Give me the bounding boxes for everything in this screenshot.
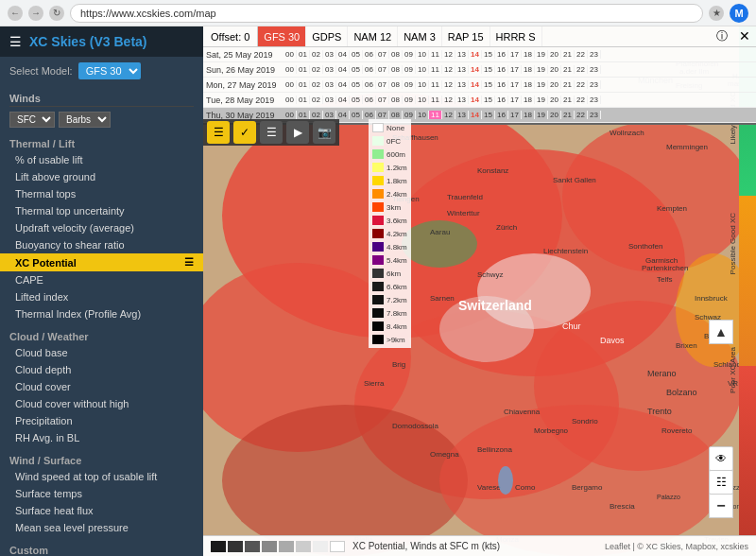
svg-text:Wollnzach: Wollnzach [610,129,644,137]
layers-button[interactable]: ☷ [709,470,733,495]
list-button[interactable]: ☰ [260,121,283,144]
model-tab-nam12[interactable]: NAM 12 [348,26,398,46]
hamburger-icon[interactable]: ☰ [9,34,22,49]
svg-text:Liechtenstein: Liechtenstein [543,247,588,255]
menu-item-cloud-depth[interactable]: Cloud depth [0,361,203,378]
swatch-5 [279,541,294,552]
model-tabs: GFS 30 GDPS NAM 12 NAM 3 RAP 15 HRRR S [258,26,541,46]
svg-text:Sondrio: Sondrio [572,417,598,426]
layer-button[interactable]: ☰ [207,121,230,144]
svg-text:Omegna: Omegna [430,450,459,459]
scroll-up-button[interactable]: ▲ [709,320,733,344]
legend-label-possible: Possible Good XC [729,213,737,274]
menu-item-thermal-index[interactable]: Thermal Index (Profile Avg) [0,305,203,322]
legend-description: XC Potential, Winds at SFC m (kts) [352,541,500,551]
svg-text:Bergamo: Bergamo [572,483,603,492]
model-tab-rap15[interactable]: RAP 15 [442,26,490,46]
model-select-label: Select Model: [9,65,73,77]
check-button[interactable]: ✓ [233,121,256,144]
menu-item-lift-above[interactable]: Lift above ground [0,168,203,185]
svg-text:Innsbruck: Innsbruck [695,294,729,303]
menu-item-cloud-cover[interactable]: Cloud cover [0,378,203,395]
date-row-2: Mon, 27 May 2019 00010203040506070809101… [203,78,756,93]
menu-item-updraft[interactable]: Updraft velocity (average) [0,219,203,236]
svg-text:Konstanz: Konstanz [477,166,508,175]
svg-text:Merano: Merano [647,369,677,378]
hour-cells-1: 0001020304050607080910111213141516171819… [284,65,756,74]
winds-display-select[interactable]: Barbs [59,112,111,128]
menu-item-cloud-cover-high[interactable]: Cloud cover without high [0,395,203,412]
menu-item-cape[interactable]: CAPE [0,271,203,288]
menu-item-surface-heat[interactable]: Surface heat flux [0,502,203,519]
url-bar[interactable]: https://www.xcskies.com/map [70,4,703,23]
cloud-category: Cloud / Weather [0,326,203,344]
color-swatch-legend [211,541,345,552]
menu-item-buoyancy[interactable]: Buoyancy to shear ratio [0,236,203,253]
svg-text:Sonthofen: Sonthofen [628,242,662,251]
date-label-4: Thu, 30 May 2019 [203,111,284,120]
svg-text:Como: Como [515,483,536,492]
svg-text:Brescia: Brescia [610,502,635,511]
browser-chrome: ← → ↻ https://www.xcskies.com/map ★ M [0,0,756,26]
thermal-category: Thermal / Lift [0,133,203,151]
model-tab-gfs30[interactable]: GFS 30 [258,26,306,46]
hour-cells-2: 0001020304050607080910111213141516171819… [284,80,756,89]
svg-text:Morbegno: Morbegno [534,426,569,435]
model-tab-nam3[interactable]: NAM 3 [398,26,442,46]
offset-box: Offset: 0 [203,26,258,46]
custom-section: Custom [0,538,203,556]
model-dropdown[interactable]: GFS 30 [78,62,141,79]
svg-text:Domodossola: Domodossola [392,422,438,430]
menu-item-thermal-uncertainty[interactable]: Thermal top uncertainty [0,202,203,219]
menu-item-xc-potential[interactable]: XC Potential ☰ [0,253,203,271]
svg-text:Palazzo: Palazzo [657,494,680,500]
map-attribution: Leaflet | © XC Skies, Mapbox, xcskies [605,542,748,551]
map-topbar: Offset: 0 GFS 30 GDPS NAM 12 NAM 3 RAP 1… [203,26,756,47]
winds-level-select[interactable]: SFC [9,112,55,128]
swatch-4 [262,541,277,552]
sidebar-header: ☰ XC Skies (V3 Beta) [0,26,203,57]
back-button[interactable]: ← [8,6,23,21]
reload-button[interactable]: ↻ [49,6,64,21]
map-control-bar: ☰ ✓ ☰ ▶ 📷 [203,119,339,146]
date-row-0: Sat, 25 May 2019 00010203040506070809101… [203,47,756,62]
forward-button[interactable]: → [28,6,43,21]
menu-item-cloud-base[interactable]: Cloud base [0,344,203,361]
zoom-out-button[interactable]: − [709,494,733,518]
menu-item-wind-usable-lift[interactable]: Wind speed at top of usable lift [0,468,203,485]
menu-item-usable-lift[interactable]: % of usable lift [0,151,203,168]
wind-surface-section: Wind / Surface Wind speed at top of usab… [0,448,203,538]
model-tab-hrrrs[interactable]: HRRR S [490,26,542,46]
map-area[interactable]: München Augsburg Memmingen Schaffhausen … [203,26,756,556]
offset-label: Offset: [211,31,241,43]
menu-item-precipitation[interactable]: Precipitation [0,412,203,429]
menu-item-rh-avg[interactable]: RH Avg. in BL [0,429,203,446]
menu-item-sea-level-pressure[interactable]: Mean sea level pressure [0,519,203,536]
menu-item-lifted-index[interactable]: Lifted index [0,288,203,305]
date-label-0: Sat, 25 May 2019 [203,50,284,60]
model-tab-gdps[interactable]: GDPS [306,26,348,46]
date-label-1: Sun, 26 May 2019 [203,65,284,75]
cloud-section: Cloud / Weather Cloud base Cloud depth C… [0,324,203,448]
menu-item-surface-temps[interactable]: Surface temps [0,485,203,502]
profile-avatar[interactable]: M [730,4,748,23]
svg-text:Trento: Trento [647,407,672,416]
svg-text:Chiavenna: Chiavenna [504,408,541,416]
info-button[interactable]: ⓘ [711,26,733,46]
svg-text:Memmingen: Memmingen [666,143,708,151]
visibility-button[interactable]: 👁 [709,446,733,471]
custom-category: Custom [0,540,203,556]
menu-item-thermal-tops[interactable]: Thermal tops [0,185,203,202]
camera-button[interactable]: 📷 [313,121,335,144]
close-button[interactable]: ✕ [733,26,756,46]
bookmark-button[interactable]: ★ [709,6,724,21]
svg-text:Telfs: Telfs [657,275,672,284]
play-button[interactable]: ▶ [286,121,309,144]
swatch-7 [313,541,328,552]
bottom-bar: XC Potential, Winds at SFC m (kts) Leafl… [203,535,756,556]
sidebar-title: XC Skies (V3 Beta) [29,34,147,49]
winds-header: Winds [9,89,194,107]
svg-text:Varese: Varese [477,483,501,492]
svg-text:Sierra: Sierra [364,379,385,388]
swatch-8 [330,541,345,552]
